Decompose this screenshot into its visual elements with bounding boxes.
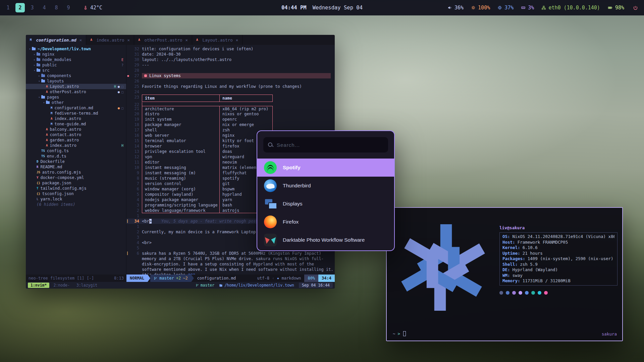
tree-item-label: fediverse-terms.md: [54, 111, 98, 116]
tree-item--Development-liv.town[interactable]: ▾~/Development/liv.town: [26, 46, 126, 52]
md-table-row: distronixos or gentoo: [142, 111, 273, 117]
tree-item--6-hidden-items-[interactable]: (6 hidden items): [26, 202, 126, 207]
tree-item-Layout.astro[interactable]: ALayout.astroH●□: [26, 84, 126, 89]
fetch-value: Framework FRANMDCP05: [518, 240, 568, 245]
vim-mode-indicator: NORMAL: [126, 275, 148, 282]
launcher-item-displays[interactable]: Displays: [257, 195, 394, 213]
fetch-terminal[interactable]: liv@sakura OS:NixOS 24.11.20240828.71e91…: [386, 207, 623, 341]
folder-open-icon: [32, 48, 36, 50]
module-cpu[interactable]: 37%: [497, 5, 514, 11]
tree-item-layouts[interactable]: ▾layouts: [26, 78, 126, 84]
sign-column: [126, 154, 130, 160]
module-memory[interactable]: 3%: [521, 5, 534, 11]
typescript-icon: TS: [41, 149, 45, 153]
tree-item-garden.astro[interactable]: Agarden.astro: [26, 137, 126, 143]
sign-column: [126, 176, 130, 181]
tree-item-nginx[interactable]: ▸nginx: [26, 52, 126, 57]
astro-icon: A: [46, 85, 48, 88]
launcher-item-firefox[interactable]: Firefox: [257, 213, 394, 231]
tab-index.astro[interactable]: Aindex.astro×: [86, 35, 134, 45]
top-bar-right: 36%100%37%3%eth0 (10.0.0.140)98%: [447, 4, 639, 12]
workspace-button-4[interactable]: 4: [40, 3, 49, 12]
shell-prompt[interactable]: ~ >: [393, 331, 406, 336]
fetch-value: 11731MiB / 31280MiB: [523, 278, 571, 284]
launcher-search[interactable]: [263, 137, 388, 153]
tab-otherPost.astro[interactable]: AotherPost.astro×: [134, 35, 192, 45]
tmux-window-1:nvim*[interactable]: 1:nvim*: [28, 283, 49, 288]
tree-item-README.md[interactable]: RREADME.md: [26, 164, 126, 170]
module-battery[interactable]: 98%: [607, 5, 624, 11]
tree-item-docker-compose.yml[interactable]: Ydocker-compose.yml: [26, 175, 126, 180]
md-table-cell: nix or emerge: [219, 122, 273, 127]
tree-item-yarn.lock[interactable]: Lyarn.lock: [26, 196, 126, 202]
tree-item-tailwind.config.mjs[interactable]: Ttailwind.config.mjs: [26, 186, 126, 191]
tree-item-package.json[interactable]: {}package.json: [26, 180, 126, 186]
astro-icon: A: [46, 133, 48, 136]
sign-column: [126, 127, 130, 133]
md-table-row: architecturex86_64 (rip m2 pro): [142, 106, 273, 111]
tree-item-contact.astro[interactable]: Acontact.astro: [26, 132, 126, 137]
line-number: 2: [130, 229, 139, 235]
tree-item-pages[interactable]: ▾pages: [26, 95, 126, 100]
tree-item-tsconfig.json[interactable]: {}tsconfig.json: [26, 191, 126, 196]
module-network[interactable]: eth0 (10.0.0.140): [541, 5, 600, 11]
module-brightness[interactable]: 100%: [471, 5, 490, 11]
launcher-item-darktable[interactable]: Darktable Photo Workflow Software: [257, 231, 394, 249]
tree-item-configuration.md[interactable]: Mconfiguration.md●□: [26, 105, 126, 111]
firefox-icon: [264, 216, 277, 228]
tree-item-fediverse-terms.md[interactable]: Mfediverse-terms.md: [26, 111, 126, 116]
tree-item-label: contact.astro: [50, 132, 81, 137]
git-branch-segment: master +2 ~2: [150, 275, 191, 282]
launcher-item-thunderbird[interactable]: Thunderbird: [257, 177, 394, 195]
powerline-separator: [148, 275, 150, 282]
buffer-line: ●27Linux systems: [126, 73, 335, 78]
workspace-button-3[interactable]: 3: [28, 3, 37, 12]
launcher-item-spotify[interactable]: Spotify: [257, 159, 394, 177]
tree-item-label: pages: [47, 95, 59, 100]
battery-icon: [607, 5, 613, 10]
workspace-button-9[interactable]: 9: [64, 3, 73, 12]
chevron-icon: ▾: [37, 96, 41, 99]
sign-column: [126, 170, 130, 176]
tree-item-index.astro[interactable]: Aindex.astro: [26, 116, 126, 121]
search-input[interactable]: [277, 142, 383, 148]
md-table-cell: distro: [142, 111, 219, 117]
close-tab-icon[interactable]: ×: [185, 38, 188, 43]
tree-item-balcony.astro[interactable]: Abalcony.astro: [26, 127, 126, 132]
badge: E: [121, 58, 123, 62]
fetch-value: Hyprland (Wayland): [513, 267, 558, 273]
tree-item-components[interactable]: ▸components: [26, 73, 126, 78]
tree-item-env.d.ts[interactable]: TSenv.d.ts: [26, 154, 126, 159]
tree-item-config.ts[interactable]: TSconfig.ts: [26, 148, 126, 154]
line-text: title: configuration for devices i use (…: [139, 46, 335, 52]
tree-item-otherPost.astro[interactable]: AotherPost.astro●□: [26, 89, 126, 95]
javascript-icon: JS: [37, 171, 40, 174]
tab-Layout.astro[interactable]: ALayout.astro×: [192, 35, 243, 45]
tree-item-public[interactable]: ▸public?: [26, 62, 126, 68]
tree-item-astro.config.mjs[interactable]: JSastro.config.mjs: [26, 170, 126, 175]
sign-column: [126, 245, 130, 251]
workspace-button-8[interactable]: 8: [52, 3, 61, 12]
tree-item-label: ~/Development/liv.town: [38, 47, 91, 51]
close-tab-icon[interactable]: ×: [79, 38, 82, 43]
tree-item-index.astro[interactable]: Aindex.astroH: [26, 143, 126, 148]
module-volume[interactable]: 36%: [447, 5, 464, 11]
fetch-label: Uptime:: [502, 251, 520, 256]
power-button[interactable]: [632, 4, 639, 12]
tree-item-src[interactable]: ▾src: [26, 68, 126, 73]
tree-item-Dockerfile[interactable]: DDockerfile: [26, 159, 126, 164]
tree-item-node-modules[interactable]: ▸node_modulesE: [26, 57, 126, 62]
tab-configuration.md[interactable]: Mconfiguration.md×: [26, 35, 86, 45]
workspace-button-1[interactable]: 1: [3, 3, 13, 12]
tmux-window-2:node-[interactable]: 2:node-: [51, 283, 72, 288]
close-tab-icon[interactable]: ×: [236, 38, 238, 43]
workspace-button-2[interactable]: 2: [15, 3, 25, 12]
fetch-line-packages: Packages:1409 (nix-system), 2590 (nix-us…: [502, 256, 614, 262]
palette-dot: [538, 291, 541, 295]
tree-item-other[interactable]: ▾other: [26, 100, 126, 105]
top-bar-left: 123489 42°C: [3, 3, 102, 12]
tree-item-label: index.astro: [50, 143, 76, 148]
tmux-window-3:lazygit[interactable]: 3:lazygit: [74, 283, 100, 288]
tree-item-tone-guide.md[interactable]: Mtone-guide.md: [26, 121, 126, 127]
close-tab-icon[interactable]: ×: [127, 38, 130, 43]
